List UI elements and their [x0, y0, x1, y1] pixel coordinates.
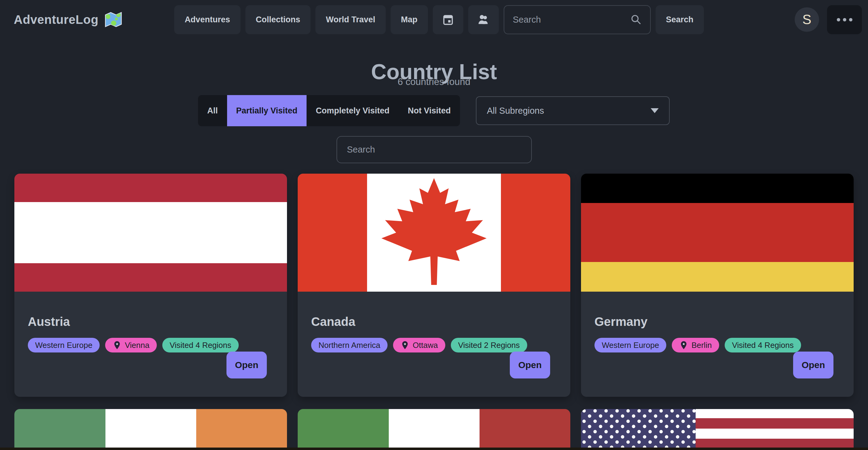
app-logo[interactable]: AdventureLog	[14, 11, 122, 28]
capital-name: Berlin	[691, 340, 712, 350]
nav-map-button[interactable]: Map	[391, 5, 428, 34]
user-avatar[interactable]: S	[795, 7, 819, 32]
flag-austria	[14, 174, 287, 292]
users-icon	[476, 12, 491, 27]
top-navigation-bar: AdventureLog Adventures Collections Worl…	[0, 0, 868, 39]
capital-badge: ★ Ottawa	[393, 338, 445, 353]
region-badge: Western Europe	[28, 338, 100, 353]
open-button[interactable]: Open	[793, 352, 834, 379]
country-card-partial	[581, 409, 854, 450]
map-pin-icon: ★	[113, 340, 122, 350]
map-logo-icon	[104, 11, 122, 28]
chevron-down-icon	[651, 108, 659, 113]
users-button[interactable]	[468, 5, 499, 34]
topbar-search-input[interactable]	[512, 14, 630, 25]
visited-regions-badge: Visited 4 Regions	[725, 338, 801, 353]
country-name: Germany	[594, 315, 840, 329]
tab-partially-visited[interactable]: Partially Visited	[227, 95, 307, 126]
subregion-select-value: All Subregions	[487, 106, 544, 116]
country-name: Canada	[311, 315, 557, 329]
nav-world-travel-button[interactable]: World Travel	[315, 5, 386, 34]
country-name: Austria	[28, 315, 274, 329]
search-icon	[630, 13, 642, 26]
calendar-button[interactable]	[433, 5, 463, 34]
country-card: Canada Northern America ★ Ottawa Visited…	[298, 174, 570, 397]
region-badge: Western Europe	[594, 338, 666, 353]
region-badge: Northern America	[311, 338, 388, 353]
calendar-icon	[441, 13, 455, 26]
country-search-input[interactable]	[346, 144, 522, 155]
open-button[interactable]: Open	[510, 352, 550, 379]
svg-text:★: ★	[116, 342, 119, 346]
ellipsis-icon	[837, 18, 840, 21]
more-menu-button[interactable]	[827, 5, 862, 34]
map-pin-icon: ★	[679, 340, 688, 350]
map-pin-icon: ★	[400, 340, 409, 350]
capital-name: Ottawa	[413, 340, 438, 350]
tab-all[interactable]: All	[198, 95, 227, 126]
tab-completely-visited[interactable]: Completely Visited	[307, 95, 399, 126]
flag-italy	[298, 409, 570, 450]
country-card: Austria Western Europe ★ Vienna Visited …	[14, 174, 287, 397]
country-card-partial	[14, 409, 287, 450]
visited-regions-badge: Visited 2 Regions	[451, 338, 527, 353]
svg-text:★: ★	[403, 342, 406, 346]
primary-nav: Adventures Collections World Travel Map	[174, 5, 704, 34]
tab-not-visited[interactable]: Not Visited	[399, 95, 460, 126]
app-title: AdventureLog	[14, 13, 98, 27]
bottom-edge-strip	[0, 448, 868, 450]
results-count: 6 countries found	[0, 77, 868, 87]
flag-canada	[298, 174, 570, 292]
flag-germany	[581, 174, 854, 292]
capital-badge: ★ Vienna	[105, 338, 157, 353]
subregion-select[interactable]: All Subregions	[476, 96, 670, 125]
topbar-search	[504, 5, 651, 34]
flag-ireland	[14, 409, 287, 450]
topbar-search-button[interactable]: Search	[656, 5, 704, 34]
maple-leaf-icon	[373, 176, 495, 290]
visited-filter-tabs: All Partially Visited Completely Visited…	[198, 95, 460, 126]
visited-regions-badge: Visited 4 Regions	[162, 338, 239, 353]
country-card-partial	[298, 409, 570, 450]
flag-usa	[581, 409, 854, 450]
open-button[interactable]: Open	[226, 352, 267, 379]
svg-text:★: ★	[682, 342, 685, 346]
nav-collections-button[interactable]: Collections	[245, 5, 311, 34]
country-card: Germany Western Europe ★ Berlin Visited …	[581, 174, 854, 397]
capital-badge: ★ Berlin	[672, 338, 719, 353]
capital-name: Vienna	[125, 340, 150, 350]
country-search	[337, 136, 532, 163]
nav-adventures-button[interactable]: Adventures	[174, 5, 241, 34]
